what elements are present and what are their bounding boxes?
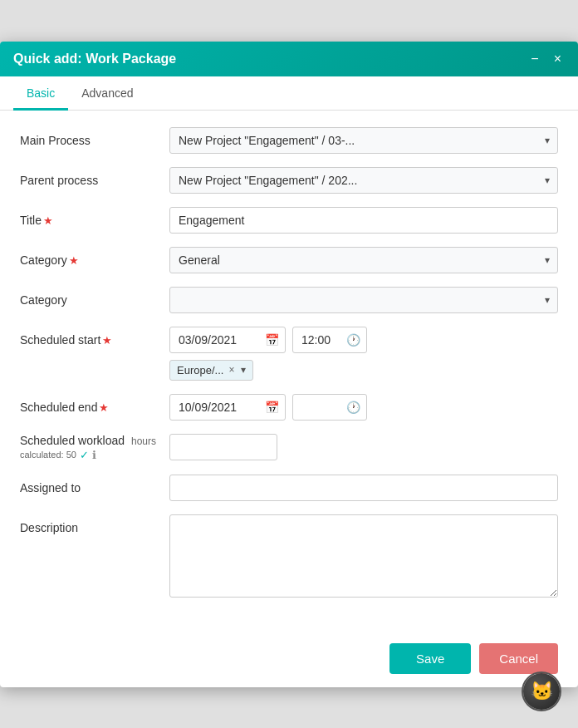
scheduled-start-row: Scheduled start★ 📅 🕐 Europe/... xyxy=(20,327,558,381)
category1-label: Category★ xyxy=(20,247,169,267)
close-button[interactable]: × xyxy=(551,52,565,66)
category1-select-wrapper: General ▾ xyxy=(169,247,558,273)
timezone-value: Europe/... xyxy=(177,364,223,376)
scheduled-end-row: Scheduled end★ 📅 🕐 xyxy=(20,394,558,421)
end-datetime-row: 📅 🕐 xyxy=(169,394,558,421)
description-control xyxy=(169,514,558,600)
assigned-to-input[interactable] xyxy=(169,475,558,501)
parent-process-select[interactable]: New Project "Engagement" / 202... xyxy=(169,167,558,194)
tab-bar: Basic Advanced xyxy=(0,76,578,111)
main-process-select-wrapper: New Project "Engagement" / 03-... ▾ xyxy=(169,127,558,154)
category2-select-wrapper: ▾ xyxy=(169,287,558,313)
avatar-icon: 🐱 xyxy=(523,673,560,710)
scheduled-start-control: 📅 🕐 Europe/... × ▾ xyxy=(169,327,558,381)
dialog-title: Quick add: Work Package xyxy=(13,52,176,66)
assigned-to-label: Assigned to xyxy=(20,475,169,494)
title-input[interactable] xyxy=(169,207,558,234)
start-time-input[interactable] xyxy=(292,327,367,353)
header-controls: − × xyxy=(527,52,565,66)
workload-control xyxy=(169,434,558,460)
workload-label-col: Scheduled workload hours calculated: 50 … xyxy=(20,434,169,461)
assigned-to-row: Assigned to xyxy=(20,475,558,501)
save-button[interactable]: Save xyxy=(389,643,471,674)
title-label: Title★ xyxy=(20,207,169,227)
start-datetime-row: 📅 🕐 xyxy=(169,327,558,353)
timezone-remove-button[interactable]: × xyxy=(228,364,234,376)
workload-calculated: calculated: 50 ✓ ℹ xyxy=(20,449,169,461)
start-time-wrapper: 🕐 xyxy=(292,327,367,353)
timezone-dropdown-icon[interactable]: ▾ xyxy=(241,364,246,376)
scheduled-end-label: Scheduled end★ xyxy=(20,394,169,414)
workload-info-icon: ℹ xyxy=(92,449,96,461)
minimize-button[interactable]: − xyxy=(527,52,541,66)
assigned-to-control xyxy=(169,475,558,501)
main-process-row: Main Process New Project "Engagement" / … xyxy=(20,127,558,154)
description-row: Description xyxy=(20,514,558,600)
category1-control: General ▾ xyxy=(169,247,558,273)
title-control xyxy=(169,207,558,234)
category2-control: ▾ xyxy=(169,287,558,313)
tab-basic[interactable]: Basic xyxy=(13,76,68,111)
end-time-wrapper: 🕐 xyxy=(292,394,367,421)
title-required-star: ★ xyxy=(43,214,53,227)
scheduled-start-required-star: ★ xyxy=(102,334,112,347)
workload-input[interactable] xyxy=(169,434,277,460)
category2-row: Category ▾ xyxy=(20,287,558,313)
tab-advanced[interactable]: Advanced xyxy=(68,76,146,111)
parent-process-control: New Project "Engagement" / 202... ▾ xyxy=(169,167,558,194)
end-date-wrapper: 📅 xyxy=(169,394,286,421)
scheduled-end-control: 📅 🕐 xyxy=(169,394,558,421)
category2-label: Category xyxy=(20,287,169,307)
dialog-header: Quick add: Work Package − × xyxy=(0,42,578,76)
main-process-control: New Project "Engagement" / 03-... ▾ xyxy=(169,127,558,154)
start-date-wrapper: 📅 xyxy=(169,327,286,353)
workload-check-icon: ✓ xyxy=(80,449,89,461)
title-row: Title★ xyxy=(20,207,558,234)
cancel-button[interactable]: Cancel xyxy=(479,643,558,674)
parent-process-select-wrapper: New Project "Engagement" / 202... ▾ xyxy=(169,167,558,194)
parent-process-label: Parent process xyxy=(20,167,169,187)
description-textarea[interactable] xyxy=(169,514,558,598)
main-process-label: Main Process xyxy=(20,127,169,147)
category1-row: Category★ General ▾ xyxy=(20,247,558,273)
timezone-tag: Europe/... × ▾ xyxy=(169,360,253,381)
dialog-footer: Save Cancel xyxy=(0,630,578,687)
category1-required-star: ★ xyxy=(69,254,79,267)
category2-select[interactable] xyxy=(169,287,558,313)
form-body: Main Process New Project "Engagement" / … xyxy=(0,111,578,630)
category1-select[interactable]: General xyxy=(169,247,558,273)
main-process-select[interactable]: New Project "Engagement" / 03-... xyxy=(169,127,558,154)
description-label: Description xyxy=(20,514,169,534)
scheduled-end-required-star: ★ xyxy=(99,401,109,414)
timezone-row: Europe/... × ▾ xyxy=(169,360,558,381)
parent-process-row: Parent process New Project "Engagement" … xyxy=(20,167,558,194)
end-date-input[interactable] xyxy=(169,394,286,421)
workload-row: Scheduled workload hours calculated: 50 … xyxy=(20,434,558,461)
workload-label-main: Scheduled workload hours xyxy=(20,434,169,447)
quick-add-dialog: Quick add: Work Package − × Basic Advanc… xyxy=(0,42,578,687)
end-time-input[interactable] xyxy=(292,394,367,421)
avatar-badge[interactable]: 🐱 xyxy=(522,671,561,711)
scheduled-start-label: Scheduled start★ xyxy=(20,327,169,347)
start-date-input[interactable] xyxy=(169,327,286,353)
